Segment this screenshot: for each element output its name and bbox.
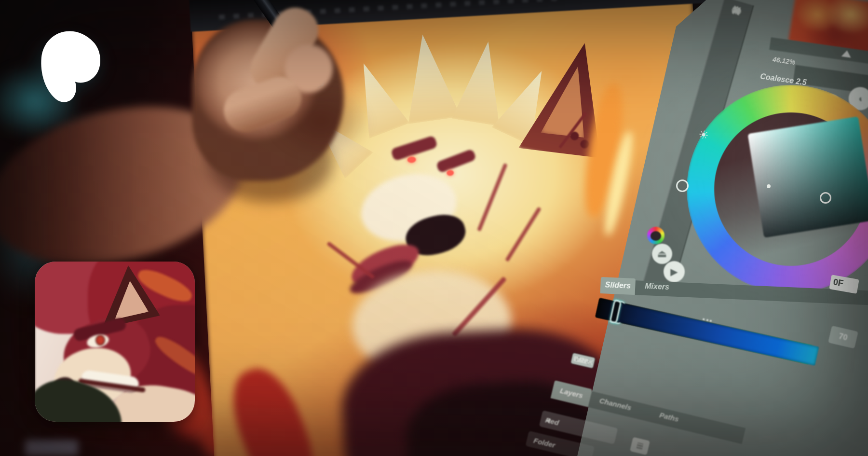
avatar-iris: [95, 335, 105, 345]
brightness-tool-icon[interactable]: ☀: [730, 4, 743, 18]
desk-glint: [25, 440, 78, 456]
tab-sliders[interactable]: Sliders: [600, 277, 636, 295]
layer-name: Red: [544, 415, 560, 427]
folder-name: Folder: [533, 436, 556, 449]
blue-slider-handle[interactable]: [609, 300, 622, 324]
creator-avatar[interactable]: [35, 262, 195, 422]
patreon-banner: ◠ N ➤ ⇄ ✂ ✓ ⬭ A ☀ 46.12% Coalesce 2.5 ♪ …: [0, 0, 868, 456]
patreon-logo[interactable]: [37, 30, 103, 105]
tab-mixers[interactable]: Mixers: [645, 282, 669, 291]
